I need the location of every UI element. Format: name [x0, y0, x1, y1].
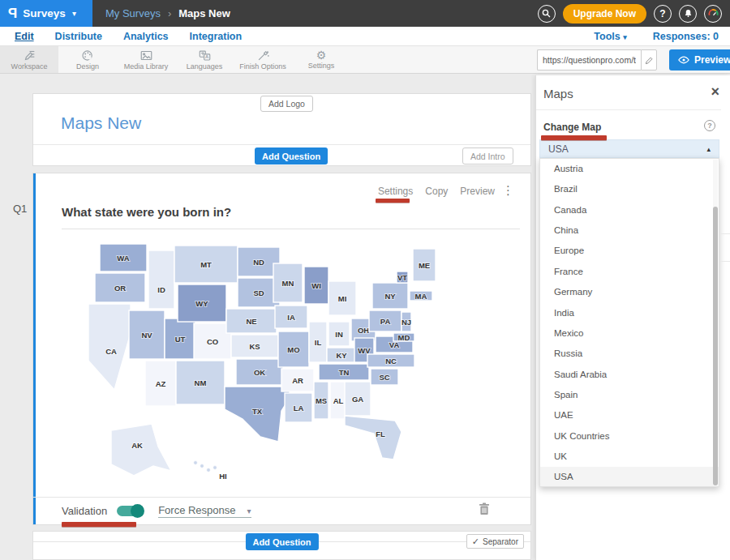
nav-tab-edit[interactable]: Edit — [15, 31, 34, 42]
scrollbar-thumb[interactable] — [713, 207, 718, 485]
question-settings-link[interactable]: Settings — [378, 186, 413, 197]
map-option-spain[interactable]: Spain — [540, 385, 719, 405]
state-id[interactable] — [148, 250, 174, 309]
force-response-dropdown[interactable]: Force Response▾ — [158, 504, 251, 518]
toolbar-languages[interactable]: A Languages — [175, 46, 234, 73]
add-question-button-top[interactable]: Add Question — [255, 147, 328, 165]
question-card: Settings Copy Preview ⋮ What state were … — [32, 173, 531, 525]
question-footer-divider — [33, 497, 530, 498]
state-label-ma: MA — [415, 292, 427, 301]
nav-tab-integration[interactable]: Integration — [190, 31, 243, 42]
question-divider — [62, 229, 520, 229]
question-mark-icon: ? — [659, 8, 665, 19]
account-avatar[interactable] — [704, 5, 722, 23]
edit-url-button[interactable] — [641, 49, 657, 71]
state-label-ar: AR — [292, 376, 303, 385]
map-option-uk-countries[interactable]: UK Countries — [540, 426, 719, 447]
nav-tab-distribute[interactable]: Distribute — [55, 31, 102, 42]
tools-menu[interactable]: Tools ▾ — [594, 31, 626, 42]
separator-checkbox[interactable]: ✓ Separator — [466, 534, 524, 549]
question-number-label: Q1 — [13, 203, 27, 215]
map-option-europe[interactable]: Europe — [540, 241, 719, 261]
state-label-ca: CA — [105, 347, 117, 356]
preview-survey-button[interactable]: Preview — [669, 49, 730, 71]
close-icon[interactable]: × — [711, 84, 719, 99]
map-option-france[interactable]: France — [540, 262, 719, 282]
map-option-china[interactable]: China — [540, 220, 719, 241]
state-label-or: OR — [114, 284, 126, 293]
state-label-wv: WV — [358, 346, 371, 355]
breadcrumb-separator: › — [168, 7, 171, 19]
survey-url-input[interactable] — [537, 49, 641, 71]
map-option-saudi-arabia[interactable]: Saudi Arabia — [540, 365, 719, 385]
question-copy-link[interactable]: Copy — [425, 186, 448, 197]
search-button[interactable] — [538, 5, 556, 23]
question-preview-link[interactable]: Preview — [460, 186, 495, 197]
state-label-il: IL — [315, 338, 322, 347]
help-button[interactable]: ? — [654, 5, 672, 23]
nav-tabs: EditDistributeAnalyticsIntegration — [0, 31, 242, 42]
delete-question-button[interactable] — [479, 502, 490, 519]
state-hi[interactable] — [194, 461, 217, 472]
state-label-nd: ND — [253, 258, 264, 267]
survey-nav-bar: EditDistributeAnalyticsIntegration Tools… — [0, 27, 730, 46]
map-option-canada[interactable]: Canada — [540, 200, 719, 220]
toolbar-design[interactable]: Design — [58, 46, 117, 73]
maps-settings-panel: Maps × Change Map ? USA ▴ AustriaBrazilC… — [535, 75, 730, 560]
add-logo-button[interactable]: Add Logo — [260, 96, 313, 112]
validation-label: Validation — [62, 505, 107, 517]
map-select[interactable]: USA ▴ — [539, 139, 719, 158]
question-selected-stripe — [33, 173, 36, 524]
map-option-uk[interactable]: UK — [540, 447, 719, 467]
map-option-mexico[interactable]: Mexico — [540, 323, 719, 344]
question-text[interactable]: What state were you born in? — [62, 205, 231, 219]
toolbar-finish-options[interactable]: Finish Options — [234, 46, 292, 73]
upgrade-now-button[interactable]: Upgrade Now — [563, 4, 646, 24]
background-section-edge — [720, 233, 730, 234]
nav-tab-analytics[interactable]: Analytics — [123, 31, 169, 42]
change-map-label: Change Map — [543, 122, 601, 133]
toolbar-media-library[interactable]: Media Library — [117, 46, 175, 73]
state-label-al: AL — [333, 396, 344, 405]
state-fl[interactable] — [345, 416, 402, 460]
state-label-ga: GA — [352, 395, 363, 404]
state-label-ms: MS — [316, 396, 327, 405]
add-intro-button[interactable]: Add Intro — [462, 147, 513, 165]
toolbar-settings[interactable]: ⚙ Settings — [292, 46, 350, 73]
toolbar-workspace[interactable]: Workspace — [0, 46, 58, 73]
help-icon[interactable]: ? — [704, 120, 715, 131]
map-option-india[interactable]: India — [540, 303, 719, 323]
chevron-up-icon: ▴ — [706, 145, 711, 153]
state-label-wa: WA — [117, 254, 129, 263]
map-options: AustriaBrazilCanadaChinaEuropeFranceGerm… — [540, 159, 719, 487]
state-label-nc: NC — [385, 357, 397, 365]
map-option-austria[interactable]: Austria — [540, 159, 719, 179]
breadcrumb-my-surveys[interactable]: My Surveys — [105, 7, 161, 19]
questionpro-app: P Surveys ▾ My Surveys › Maps New Upgrad… — [0, 0, 730, 560]
map-option-russia[interactable]: Russia — [540, 344, 719, 364]
overflow-menu-icon[interactable]: ⋮ — [502, 183, 514, 198]
map-dropdown-list: AustriaBrazilCanadaChinaEuropeFranceGerm… — [539, 158, 719, 487]
map-option-uae[interactable]: UAE — [540, 405, 719, 425]
map-option-brazil[interactable]: Brazil — [540, 179, 719, 199]
state-label-ut: UT — [175, 335, 186, 344]
panel-divider — [536, 109, 721, 110]
map-option-germany[interactable]: Germany — [540, 282, 719, 302]
survey-title[interactable]: Maps New — [61, 113, 141, 133]
validation-toggle[interactable] — [117, 506, 144, 516]
dropdown-scrollbar[interactable] — [713, 160, 718, 487]
breadcrumb: My Surveys › Maps New — [105, 7, 230, 19]
toggle-knob — [131, 504, 144, 518]
usa-choropleth-map[interactable]: WAORCAIDNVUTWYAZMTCONMNDSDNEKSOKTXMNIAMO… — [75, 237, 457, 493]
state-label-nj: NJ — [402, 318, 411, 327]
state-label-sd: SD — [253, 289, 264, 297]
workspace-pencil-list-icon — [23, 49, 36, 62]
map-option-usa[interactable]: USA — [540, 467, 719, 487]
notifications-button[interactable] — [679, 5, 697, 23]
product-menu[interactable]: P Surveys ▾ — [0, 0, 92, 27]
next-section-strip: Add Question ✓ Separator — [32, 531, 531, 560]
state-ak[interactable] — [111, 424, 171, 476]
translate-icon: A — [198, 49, 212, 62]
responses-count[interactable]: Responses: 0 — [653, 31, 719, 42]
add-question-button-bottom[interactable]: Add Question — [245, 533, 318, 550]
